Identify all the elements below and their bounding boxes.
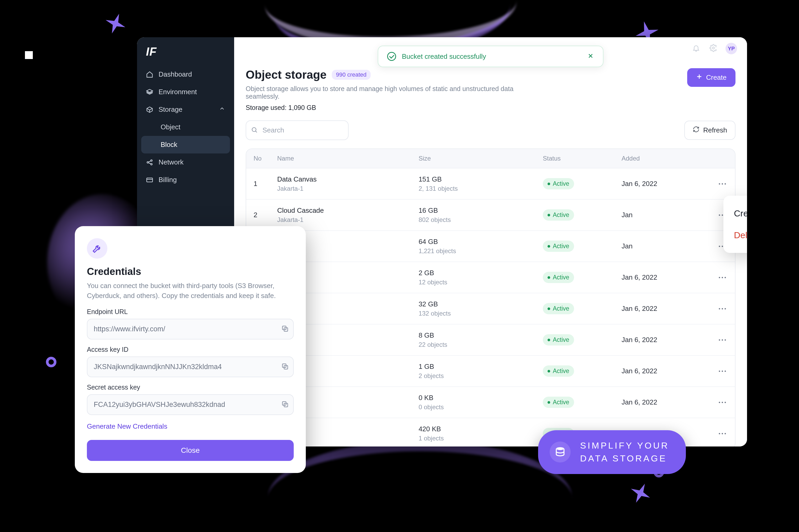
status-badge: Active bbox=[543, 365, 574, 377]
bell-icon bbox=[692, 44, 700, 53]
create-button-label: Create bbox=[706, 73, 727, 81]
copy-secret-key-button[interactable] bbox=[281, 400, 289, 409]
promo-line1: SIMPLIFY YOUR bbox=[580, 439, 669, 452]
svg-point-8 bbox=[725, 183, 726, 185]
svg-point-32 bbox=[725, 433, 726, 434]
svg-point-21 bbox=[719, 339, 720, 341]
table-row[interactable]: bit64 GB1,221 objectsActiveJan bbox=[246, 231, 735, 262]
table-row[interactable]: ze-132 GB132 objectsActiveJan 6, 2022 bbox=[246, 293, 735, 324]
svg-point-12 bbox=[719, 246, 720, 247]
endpoint-input[interactable] bbox=[87, 319, 294, 339]
sidebar-item-label: Object bbox=[161, 123, 180, 131]
cell-size: 1 GB2 objects bbox=[411, 356, 536, 387]
sidebar-item-storage[interactable]: Storage bbox=[137, 101, 234, 118]
refresh-button[interactable]: Refresh bbox=[684, 121, 736, 140]
cell-added: Jan 6, 2022 bbox=[614, 387, 704, 418]
promo-text: SIMPLIFY YOUR DATA STORAGE bbox=[580, 439, 669, 465]
plus-icon bbox=[696, 73, 702, 81]
brand-logo: IF bbox=[137, 42, 234, 65]
card-icon bbox=[146, 176, 153, 184]
table-row[interactable]: ata0 KB0 objectsActiveJan 6, 2022 bbox=[246, 387, 735, 418]
page-title-text: Object storage bbox=[246, 68, 327, 81]
svg-point-19 bbox=[722, 308, 723, 309]
svg-rect-3 bbox=[147, 178, 152, 182]
sparkle-icon bbox=[627, 479, 654, 507]
cell-actions bbox=[704, 168, 735, 200]
settings-button[interactable] bbox=[708, 43, 719, 54]
search-input[interactable] bbox=[246, 120, 349, 140]
cell-status: Active bbox=[536, 356, 614, 387]
cell-actions bbox=[704, 418, 735, 446]
svg-point-23 bbox=[725, 339, 726, 341]
row-context-menu: Credentials Delete bbox=[723, 196, 747, 253]
cell-name: Data CanvasJakarta-1 bbox=[270, 168, 411, 200]
svg-point-5 bbox=[252, 128, 256, 131]
share-icon bbox=[146, 159, 153, 166]
main-content: YP Bucket created successfully Object st… bbox=[234, 37, 747, 446]
cell-status: Active bbox=[536, 293, 614, 324]
menu-item-credentials[interactable]: Credentials bbox=[723, 203, 747, 224]
col-header-name: Name bbox=[270, 149, 411, 168]
avatar[interactable]: YP bbox=[725, 43, 737, 54]
table-row[interactable]: /2 GB12 objectsActiveJan 6, 2022 bbox=[246, 262, 735, 293]
database-icon bbox=[550, 441, 571, 462]
cell-size: 420 KB1 objects bbox=[411, 418, 536, 446]
table-row[interactable]: n Data1 GB2 objectsActiveJan 6, 2022 bbox=[246, 356, 735, 387]
status-badge: Active bbox=[543, 209, 574, 221]
cell-added: Jan 6, 2022 bbox=[614, 356, 704, 387]
svg-point-7 bbox=[722, 183, 723, 185]
sidebar-item-dashboard[interactable]: Dashboard bbox=[137, 65, 234, 83]
menu-item-delete[interactable]: Delete bbox=[723, 224, 747, 246]
notifications-button[interactable] bbox=[691, 43, 701, 54]
svg-point-24 bbox=[719, 370, 720, 372]
buckets-table: No Name Size Status Added 1Data CanvasJa… bbox=[246, 149, 735, 446]
sparkle-icon bbox=[102, 10, 129, 37]
promo-pill: SIMPLIFY YOUR DATA STORAGE bbox=[538, 430, 686, 474]
copy-endpoint-button[interactable] bbox=[281, 325, 289, 334]
cell-added: Jan bbox=[614, 200, 704, 231]
sidebar-item-billing[interactable]: Billing bbox=[137, 171, 234, 189]
status-badge: Active bbox=[543, 178, 574, 189]
status-badge: Active bbox=[543, 241, 574, 252]
status-badge: Active bbox=[543, 272, 574, 283]
svg-point-17 bbox=[725, 277, 726, 278]
svg-point-22 bbox=[722, 339, 723, 341]
row-actions-button[interactable] bbox=[717, 335, 728, 345]
toast-close-button[interactable] bbox=[587, 53, 594, 60]
sidebar-item-object[interactable]: Object bbox=[137, 118, 234, 136]
secret-key-input[interactable] bbox=[87, 394, 294, 415]
cell-status: Active bbox=[536, 387, 614, 418]
row-actions-button[interactable] bbox=[717, 179, 728, 189]
gear-icon bbox=[709, 44, 717, 53]
row-actions-button[interactable] bbox=[717, 397, 728, 408]
svg-point-25 bbox=[722, 370, 723, 372]
sidebar-item-label: Billing bbox=[159, 176, 176, 184]
access-key-input[interactable] bbox=[87, 357, 294, 377]
cell-status: Active bbox=[536, 262, 614, 293]
row-actions-button[interactable] bbox=[717, 304, 728, 314]
cell-added: Jan 6, 2022 bbox=[614, 324, 704, 356]
close-button[interactable]: Close bbox=[87, 440, 294, 461]
sidebar-item-label: Dashboard bbox=[159, 70, 192, 78]
cell-size: 151 GB2, 131 objects bbox=[411, 168, 536, 200]
sidebar-item-block[interactable]: Block bbox=[141, 136, 230, 153]
table-row[interactable]: 2Cloud CascadeJakarta-116 GB802 objectsA… bbox=[246, 200, 735, 231]
status-badge: Active bbox=[543, 334, 574, 345]
row-actions-button[interactable] bbox=[717, 272, 728, 283]
generate-credentials-link[interactable]: Generate New Credentials bbox=[87, 422, 167, 431]
row-actions-button[interactable] bbox=[717, 429, 728, 439]
row-actions-button[interactable] bbox=[717, 366, 728, 377]
table-row[interactable]: ct8 GB22 objectsActiveJan 6, 2022 bbox=[246, 324, 735, 356]
cell-actions bbox=[704, 324, 735, 356]
cell-size: 32 GB132 objects bbox=[411, 293, 536, 324]
sidebar-item-label: Environment bbox=[159, 88, 197, 96]
svg-point-20 bbox=[725, 308, 726, 309]
sidebar-item-network[interactable]: Network bbox=[137, 153, 234, 171]
copy-access-key-button[interactable] bbox=[281, 363, 289, 372]
cell-actions bbox=[704, 387, 735, 418]
credentials-dialog: Credentials You can connect the bucket w… bbox=[75, 226, 306, 473]
table-row[interactable]: 1Data CanvasJakarta-1151 GB2, 131 object… bbox=[246, 168, 735, 200]
sidebar-item-environment[interactable]: Environment bbox=[137, 83, 234, 101]
create-button[interactable]: Create bbox=[687, 68, 736, 87]
cell-size: 2 GB12 objects bbox=[411, 262, 536, 293]
